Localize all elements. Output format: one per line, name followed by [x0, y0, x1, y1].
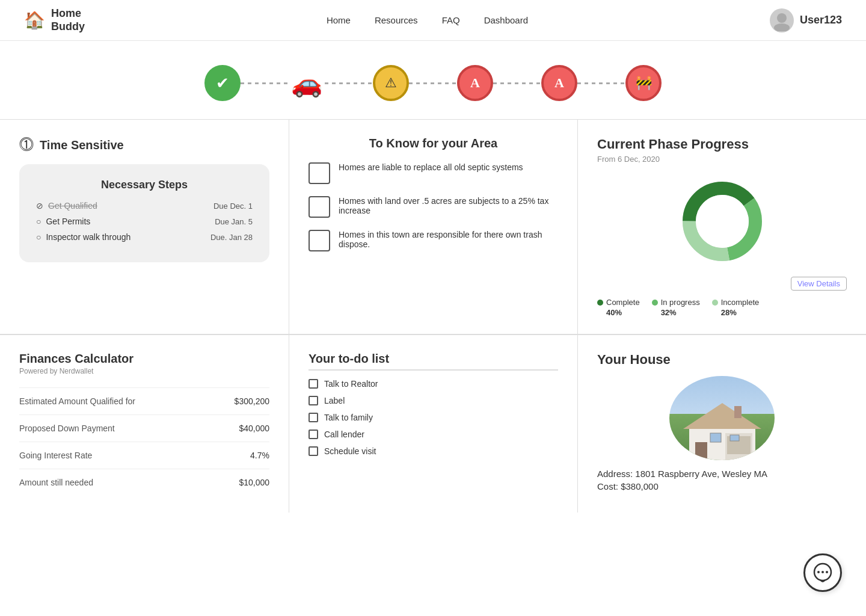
step-2: 🚗 — [289, 65, 325, 101]
todo-divider — [309, 369, 558, 371]
main-bottom-row: Finances Calculator Powered by Nerdwalle… — [0, 334, 866, 513]
in-progress-val: 32% — [652, 308, 677, 317]
complete-dot — [597, 300, 603, 306]
fin-row-1: Estimated Amount Qualified for $300,200 — [19, 387, 269, 414]
step-4: A — [457, 65, 493, 101]
donut-chart — [597, 173, 847, 270]
svg-point-1 — [774, 23, 790, 31]
home-icon: 🏠 — [24, 10, 45, 30]
svg-marker-8 — [683, 403, 761, 429]
house-cost: Cost: $380,000 — [597, 481, 847, 491]
house-svg — [677, 400, 767, 460]
fin-row-4: Amount still needed $10,000 — [19, 469, 269, 496]
step-line-2 — [325, 82, 373, 84]
todo-checkbox-4[interactable] — [309, 430, 318, 439]
todo-checkbox-2[interactable] — [309, 396, 318, 405]
step-line-3 — [409, 82, 457, 84]
step-circle-5: A — [541, 65, 577, 101]
svg-point-0 — [777, 13, 787, 23]
fin-label-4: Amount still needed — [19, 478, 93, 487]
nav-dashboard[interactable]: Dashboard — [484, 15, 528, 25]
username: User123 — [800, 14, 842, 26]
ns-title: Necessary Steps — [36, 179, 253, 191]
area-text-1: Homes are liable to replace all old sept… — [339, 162, 523, 172]
step-1: ✔ — [204, 65, 241, 101]
legend: Complete 40% In progress 32% Incomplete … — [597, 298, 847, 317]
complete-val: 40% — [597, 308, 622, 317]
ts-header: ⓵ Time Sensitive — [19, 137, 269, 153]
ns-item-1: ⊘ Get Qualified Due Dec. 1 — [36, 201, 253, 211]
to-know-title: To Know for your Area — [309, 137, 558, 150]
area-item-1: Homes are liable to replace all old sept… — [309, 162, 558, 184]
ns-check-1: ⊘ — [36, 201, 43, 211]
fin-value-3: 4.7% — [250, 451, 269, 460]
ns-label-2: Get Permits — [46, 217, 90, 226]
todo-checkbox-3[interactable] — [309, 413, 318, 422]
incomplete-label: Incomplete — [721, 298, 760, 307]
nav-home[interactable]: Home — [327, 15, 351, 25]
fin-value-1: $300,200 — [235, 396, 269, 406]
todo-item-3: Talk to family — [309, 413, 558, 422]
chat-button[interactable] — [803, 553, 842, 592]
todo-item-5: Schedule visit — [309, 446, 558, 456]
todo-label-1: Talk to Realtor — [324, 379, 378, 389]
svg-rect-13 — [730, 435, 739, 441]
in-progress-label: In progress — [661, 298, 700, 307]
house-address: Address: 1801 Raspberry Ave, Wesley MA — [597, 469, 847, 479]
step-circle-1: ✔ — [204, 65, 241, 101]
nav-faq[interactable]: FAQ — [442, 15, 460, 25]
ns-due-2: Due Jan. 5 — [215, 217, 253, 226]
area-item-2: Homes with land over .5 acres are subjec… — [309, 196, 558, 218]
area-icon-3 — [309, 230, 330, 251]
navbar: 🏠 Home Buddy Home Resources FAQ Dashboar… — [0, 0, 866, 41]
ns-due-3: Due. Jan 28 — [210, 233, 253, 242]
fin-value-4: $10,000 — [239, 478, 269, 487]
donut-svg — [674, 173, 770, 270]
legend-complete: Complete 40% — [597, 298, 640, 317]
house-title: Your House — [597, 352, 847, 368]
nav-resources[interactable]: Resources — [375, 15, 418, 25]
logo-text: Home Buddy — [51, 7, 85, 33]
fin-label-2: Proposed Down Payment — [19, 424, 115, 433]
step-circle-4: A — [457, 65, 493, 101]
area-text-2: Homes with land over .5 acres are subjec… — [339, 196, 558, 215]
finances-section: Finances Calculator Powered by Nerdwalle… — [0, 334, 289, 513]
fin-row-3: Going Interest Rate 4.7% — [19, 442, 269, 469]
view-details-link[interactable]: View Details — [791, 277, 847, 291]
fin-label-1: Estimated Amount Qualified for — [19, 396, 135, 406]
todo-checkbox-5[interactable] — [309, 446, 318, 456]
ns-check-3: ○ — [36, 232, 41, 242]
fin-row-2: Proposed Down Payment $40,000 — [19, 414, 269, 442]
todo-section: Your to-do list Talk to Realtor Label Ta… — [289, 334, 577, 513]
ns-label-3: Inspector walk through — [46, 232, 131, 242]
fin-title: Finances Calculator — [19, 352, 269, 366]
todo-label-3: Talk to family — [324, 413, 373, 422]
house-section: Your House — [577, 334, 866, 513]
ns-check-2: ○ — [36, 217, 41, 226]
time-sensitive-section: ⓵ Time Sensitive Necessary Steps ⊘ Get Q… — [0, 120, 289, 334]
avatar — [770, 8, 794, 32]
in-progress-dot — [652, 300, 658, 306]
house-image-container — [597, 376, 847, 460]
svg-rect-12 — [710, 433, 721, 442]
phase-title: Current Phase Progress — [597, 137, 847, 152]
todo-checkbox-1[interactable] — [309, 379, 318, 389]
todo-item-1: Talk to Realtor — [309, 379, 558, 389]
todo-item-4: Call lender — [309, 430, 558, 439]
svg-point-17 — [821, 571, 824, 573]
svg-point-18 — [826, 571, 828, 573]
nav-links: Home Resources FAQ Dashboard — [327, 15, 528, 25]
legend-in-progress: In progress 32% — [652, 298, 700, 317]
to-know-section: To Know for your Area Homes are liable t… — [289, 120, 577, 334]
area-icon-2 — [309, 196, 330, 218]
step-line-4 — [493, 82, 541, 84]
ns-item-3: ○ Inspector walk through Due. Jan 28 — [36, 232, 253, 242]
main-top-row: ⓵ Time Sensitive Necessary Steps ⊘ Get Q… — [0, 119, 866, 334]
step-circle-car: 🚗 — [289, 65, 325, 101]
step-5: A — [541, 65, 577, 101]
progress-section: ✔ 🚗 ⚠ A A 🚧 — [0, 41, 866, 119]
step-6: 🚧 — [625, 65, 662, 101]
ns-item-2: ○ Get Permits Due Jan. 5 — [36, 217, 253, 226]
ts-title: Time Sensitive — [40, 138, 124, 152]
legend-incomplete: Incomplete 28% — [712, 298, 760, 317]
